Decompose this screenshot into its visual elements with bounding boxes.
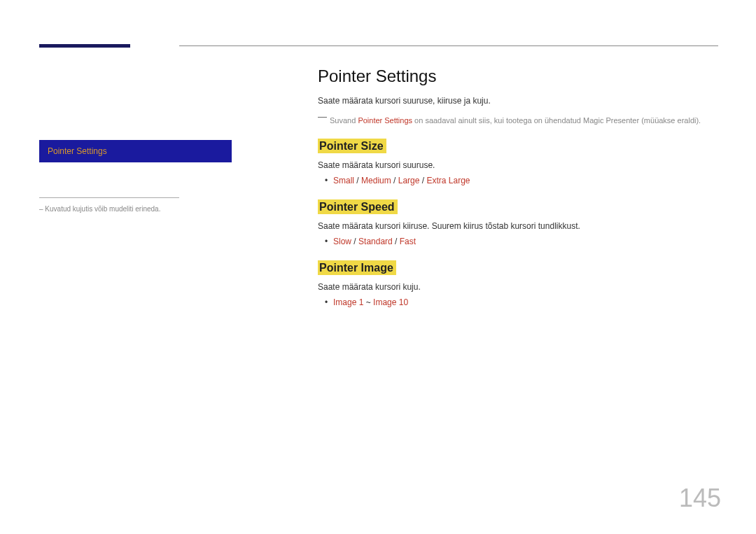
main-content: Pointer Settings Saate määrata kursori s… — [318, 66, 717, 321]
sidebar: Pointer Settings – Kuvatud kujutis võib … — [39, 140, 232, 213]
section-intro-image: Saate määrata kursori kuju. — [318, 282, 717, 292]
note-prefix: Suvand — [330, 116, 358, 125]
option-slow: Slow — [333, 237, 351, 246]
option-extra-large: Extra Large — [427, 176, 470, 185]
note-keyword: Pointer Settings — [358, 116, 412, 125]
section-intro-speed: Saate määrata kursori kiiruse. Suurem ki… — [318, 221, 717, 231]
availability-note: ―Suvand Pointer Settings on saadaval ain… — [318, 111, 717, 125]
header-rule — [179, 45, 718, 46]
page-number: 145 — [679, 484, 721, 513]
option-large: Large — [398, 176, 420, 185]
option-image-from: Image 1 — [333, 297, 363, 307]
page-title: Pointer Settings — [318, 66, 717, 86]
options-size: Small / Medium / Large / Extra Large — [333, 176, 717, 185]
option-standard: Standard — [358, 237, 393, 246]
sidebar-divider — [39, 197, 179, 198]
section-intro-size: Saate määrata kursori suuruse. — [318, 160, 717, 170]
section-heading-image: Pointer Image — [318, 260, 396, 275]
section-heading-speed: Pointer Speed — [318, 199, 398, 214]
sidebar-menu-item: Pointer Settings — [39, 140, 232, 162]
option-image-to: Image 10 — [373, 297, 408, 307]
option-fast: Fast — [400, 237, 416, 246]
sidebar-note: – Kuvatud kujutis võib mudeliti erineda. — [39, 205, 232, 213]
option-medium: Medium — [361, 176, 391, 185]
option-small: Small — [333, 176, 354, 185]
options-speed: Slow / Standard / Fast — [333, 237, 717, 246]
note-suffix: on saadaval ainult siis, kui tootega on … — [412, 116, 701, 125]
section-heading-size: Pointer Size — [318, 139, 386, 153]
options-image: Image 1 ~ Image 10 — [333, 297, 717, 307]
page-intro: Saate määrata kursori suuruse, kiiruse j… — [318, 96, 717, 106]
header-accent-bar — [39, 44, 130, 48]
